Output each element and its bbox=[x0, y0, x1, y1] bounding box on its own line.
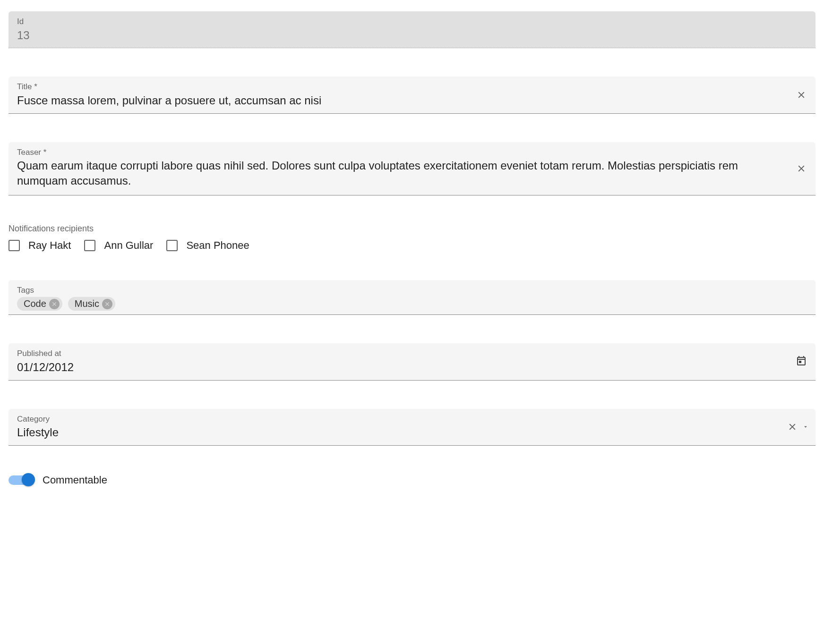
title-input[interactable] bbox=[17, 93, 783, 109]
close-icon bbox=[796, 90, 807, 100]
close-icon bbox=[104, 301, 111, 307]
chip-remove-button[interactable] bbox=[49, 299, 60, 309]
title-label: Title * bbox=[17, 81, 807, 93]
close-icon bbox=[51, 301, 58, 307]
checkbox-item-ray-hakt[interactable]: Ray Hakt bbox=[9, 239, 71, 252]
checkbox-box[interactable] bbox=[9, 240, 20, 251]
checkbox-label: Ray Hakt bbox=[28, 239, 71, 252]
tags-chip-container: Code Music bbox=[17, 297, 807, 311]
close-icon bbox=[787, 422, 798, 432]
teaser-clear-button[interactable] bbox=[796, 163, 807, 174]
title-field[interactable]: Title * bbox=[9, 76, 815, 113]
calendar-icon bbox=[796, 355, 807, 366]
category-controls bbox=[787, 422, 809, 432]
category-clear-button[interactable] bbox=[787, 422, 798, 432]
checkbox-item-sean-phonee[interactable]: Sean Phonee bbox=[166, 239, 249, 252]
checkbox-label: Sean Phonee bbox=[186, 239, 249, 252]
checkbox-label: Ann Gullar bbox=[104, 239, 153, 252]
tags-field[interactable]: Tags Code Music bbox=[9, 280, 815, 315]
category-label: Category bbox=[17, 414, 807, 425]
published-at-field[interactable]: Published at bbox=[9, 343, 815, 380]
calendar-button[interactable] bbox=[796, 355, 807, 368]
notifications-row: Ray Hakt Ann Gullar Sean Phonee bbox=[9, 239, 815, 252]
tags-label: Tags bbox=[17, 285, 807, 296]
checkbox-item-ann-gullar[interactable]: Ann Gullar bbox=[84, 239, 153, 252]
tag-chip-code: Code bbox=[17, 297, 62, 311]
checkbox-box[interactable] bbox=[166, 240, 178, 251]
id-field: Id 13 bbox=[9, 11, 815, 48]
tag-chip-music: Music bbox=[68, 297, 115, 311]
category-field[interactable]: Category Lifestyle bbox=[9, 409, 815, 446]
notifications-group: Notifications recipients Ray Hakt Ann Gu… bbox=[9, 224, 815, 252]
category-value[interactable]: Lifestyle bbox=[17, 424, 783, 441]
commentable-switch[interactable] bbox=[9, 475, 33, 485]
id-value: 13 bbox=[17, 27, 783, 43]
published-at-label: Published at bbox=[17, 348, 807, 359]
teaser-input[interactable] bbox=[17, 158, 783, 189]
id-label: Id bbox=[17, 16, 807, 27]
published-at-input[interactable] bbox=[17, 359, 783, 375]
category-dropdown-button[interactable] bbox=[802, 424, 809, 430]
checkbox-box[interactable] bbox=[84, 240, 95, 251]
chip-label: Music bbox=[75, 298, 99, 309]
notifications-label: Notifications recipients bbox=[9, 224, 815, 234]
switch-thumb bbox=[22, 473, 35, 486]
teaser-field[interactable]: Teaser * bbox=[9, 142, 815, 196]
commentable-label: Commentable bbox=[43, 474, 107, 486]
teaser-label: Teaser * bbox=[17, 147, 807, 158]
chip-label: Code bbox=[24, 298, 46, 309]
title-clear-button[interactable] bbox=[796, 89, 807, 101]
chevron-down-icon bbox=[802, 424, 809, 430]
close-icon bbox=[796, 163, 807, 174]
chip-remove-button[interactable] bbox=[102, 299, 112, 309]
commentable-row: Commentable bbox=[9, 474, 815, 486]
